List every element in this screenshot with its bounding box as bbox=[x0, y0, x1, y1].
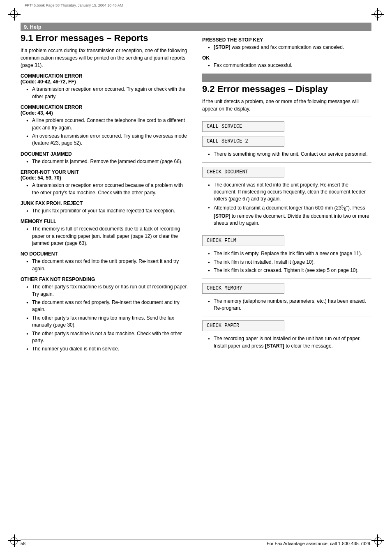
divider-1 bbox=[202, 117, 371, 117]
bullet-list-doc-jammed: The document is jammed. Remove the jamme… bbox=[26, 158, 190, 165]
bullet-check-document-1: The document was not fed into the unit p… bbox=[208, 182, 371, 203]
subsection-comm-error-1: COMMUNICATION ERROR(Code: 40-42, 46-72, … bbox=[21, 73, 190, 85]
msg-check-paper: CHECK PAPER bbox=[202, 320, 284, 331]
msg-box-check-document: CHECK DOCUMENT bbox=[202, 167, 371, 180]
bullet-list-stop-key: [STOP] was pressed and fax communication… bbox=[208, 44, 371, 51]
circle-mark-br bbox=[374, 537, 382, 545]
bullet-check-memory-1: The memory (telephone numbers, parameter… bbox=[208, 298, 371, 312]
subsection-memory-full: MEMORY FULL bbox=[21, 219, 190, 224]
bullet-ok-1: Fax communication was successful. bbox=[208, 62, 371, 69]
bullet-junk-fax-1: The junk fax prohibitor of your fax mach… bbox=[26, 207, 190, 214]
msg-check-document: CHECK DOCUMENT bbox=[202, 167, 284, 177]
section2-intro: If the unit detects a problem, one or mo… bbox=[202, 98, 371, 113]
msg-box-check-film: CHECK FILM bbox=[202, 235, 371, 249]
divider-2 bbox=[202, 162, 371, 163]
footer-text: For Fax Advantage assistance, call 1-800… bbox=[267, 541, 371, 546]
section2-title: 9.2 Error messages – Display bbox=[202, 84, 371, 94]
subsection-comm-error-2: COMMUNICATION ERROR(Code: 43, 44) bbox=[21, 104, 190, 116]
msg-section-check-paper: CHECK PAPER The recording paper is not i… bbox=[202, 320, 371, 350]
bullet-list-ok: Fax communication was successful. bbox=[208, 62, 371, 69]
left-column: 9.1 Error messages – Reports If a proble… bbox=[21, 33, 190, 355]
bullet-list-check-memory: The memory (telephone numbers, parameter… bbox=[208, 298, 371, 312]
bullet-comm-error-2-1: A line problem occurred. Connect the tel… bbox=[26, 117, 190, 131]
divider-3 bbox=[202, 231, 371, 231]
divider-5 bbox=[202, 316, 371, 316]
circle-mark-bl bbox=[10, 537, 18, 545]
bullet-memory-full-1: The memory is full of received documents… bbox=[26, 226, 190, 247]
two-column-layout: 9.1 Error messages – Reports If a proble… bbox=[21, 33, 371, 355]
bullet-comm-error-2-2: An overseas transmission error occurred.… bbox=[26, 133, 190, 147]
msg-box-check-memory: CHECK MEMORY bbox=[202, 283, 371, 296]
section1-intro: If a problem occurs during fax transmiss… bbox=[21, 47, 190, 69]
bullet-other-fax-1: The other party's fax machine is busy or… bbox=[26, 283, 190, 298]
msg-call-service: CALL SERVICE bbox=[202, 121, 284, 132]
bullet-other-fax-4: The other party's machine is not a fax m… bbox=[26, 330, 190, 345]
msg-box-call-service-2: CALL SERVICE 2 bbox=[202, 136, 371, 149]
subsection-junk-fax: JUNK FAX PROH. REJECT bbox=[21, 200, 190, 206]
msg-box-call-service: CALL SERVICE bbox=[202, 121, 371, 134]
bullet-doc-jammed-1: The document is jammed. Remove the jamme… bbox=[26, 158, 190, 165]
bullet-list-memory-full: The memory is full of received documents… bbox=[26, 226, 190, 247]
bullet-call-service-1: There is something wrong with the unit. … bbox=[208, 151, 371, 158]
msg-check-memory: CHECK MEMORY bbox=[202, 283, 284, 294]
bullet-check-paper-1: The recording paper is not installed or … bbox=[208, 335, 371, 350]
bullet-check-film-3: The ink film is slack or creased. Tighte… bbox=[208, 267, 371, 274]
right-column: PRESSED THE STOP KEY [STOP] was pressed … bbox=[202, 33, 371, 355]
subsection-error-not-your-unit: ERROR-NOT YOUR UNIT(Code: 54, 59, 70) bbox=[21, 169, 190, 181]
msg-section-check-film: CHECK FILM The ink film is empty. Replac… bbox=[202, 235, 371, 274]
subsection-no-document: NO DOCUMENT bbox=[21, 251, 190, 257]
bullet-no-document-1: The document was not fed into the unit p… bbox=[26, 258, 190, 272]
page-number: 58 bbox=[21, 541, 25, 546]
section-bar: 9. Help bbox=[21, 23, 371, 31]
msg-check-film: CHECK FILM bbox=[202, 235, 284, 246]
bullet-list-junk-fax: The junk fax prohibitor of your fax mach… bbox=[26, 207, 190, 214]
bullet-check-document-2: Attempted to transmit a document longer … bbox=[208, 204, 371, 227]
divider-4 bbox=[202, 279, 371, 279]
subsection-doc-jammed: DOCUMENT JAMMED bbox=[21, 151, 190, 157]
bullet-list-comm-error-2: A line problem occurred. Connect the tel… bbox=[26, 117, 190, 147]
bullet-list-error-not-your-unit: A transmission or reception error occurr… bbox=[26, 182, 190, 196]
bullet-list-call-service: There is something wrong with the unit. … bbox=[208, 151, 371, 158]
subsection-other-fax: OTHER FAX NOT RESPONDING bbox=[21, 276, 190, 282]
msg-section-call-service: CALL SERVICE CALL SERVICE 2 There is som… bbox=[202, 121, 371, 158]
msg-box-check-paper: CHECK PAPER bbox=[202, 320, 371, 334]
bullet-list-check-film: The ink film is empty. Replace the ink f… bbox=[208, 250, 371, 274]
circle-mark-tl bbox=[10, 10, 18, 18]
section2-bar bbox=[202, 74, 371, 82]
page: FPT45.book Page 58 Thursday, January 15,… bbox=[0, 0, 392, 555]
msg-section-check-memory: CHECK MEMORY The memory (telephone numbe… bbox=[202, 283, 371, 312]
bullet-list-check-paper: The recording paper is not installed or … bbox=[208, 335, 371, 350]
bullet-stop-key-1: [STOP] was pressed and fax communication… bbox=[208, 44, 371, 51]
bullet-list-comm-error-1: A transmission or reception error occurr… bbox=[26, 86, 190, 100]
file-info: FPT45.book Page 58 Thursday, January 15,… bbox=[25, 3, 123, 7]
bullet-check-film-2: The ink film is not installed. Install i… bbox=[208, 259, 371, 266]
bullet-error-not-your-unit-1: A transmission or reception error occurr… bbox=[26, 182, 190, 196]
bullet-list-other-fax: The other party's fax machine is busy or… bbox=[26, 283, 190, 353]
subsection-stop-key: PRESSED THE STOP KEY bbox=[202, 37, 371, 43]
bullet-list-no-document: The document was not fed into the unit p… bbox=[26, 258, 190, 272]
section1-title: 9.1 Error messages – Reports bbox=[21, 33, 190, 44]
bullet-check-film-1: The ink film is empty. Replace the ink f… bbox=[208, 250, 371, 257]
bullet-other-fax-3: The other party's fax machine rings too … bbox=[26, 315, 190, 329]
msg-call-service-2: CALL SERVICE 2 bbox=[202, 136, 284, 147]
msg-section-check-document: CHECK DOCUMENT The document was not fed … bbox=[202, 167, 371, 227]
bullet-other-fax-2: The document was not fed properly. Re-in… bbox=[26, 299, 190, 313]
subsection-ok: OK bbox=[202, 55, 371, 61]
bullet-other-fax-5: The number you dialed is not in service. bbox=[26, 345, 190, 352]
circle-mark-tr bbox=[374, 10, 382, 18]
main-content: 9. Help 9.1 Error messages – Reports If … bbox=[21, 23, 371, 532]
bullet-list-check-document: The document was not fed into the unit p… bbox=[208, 182, 371, 227]
page-footer: 58 For Fax Advantage assistance, call 1-… bbox=[21, 539, 371, 546]
bullet-comm-error-1-1: A transmission or reception error occurr… bbox=[26, 86, 190, 100]
